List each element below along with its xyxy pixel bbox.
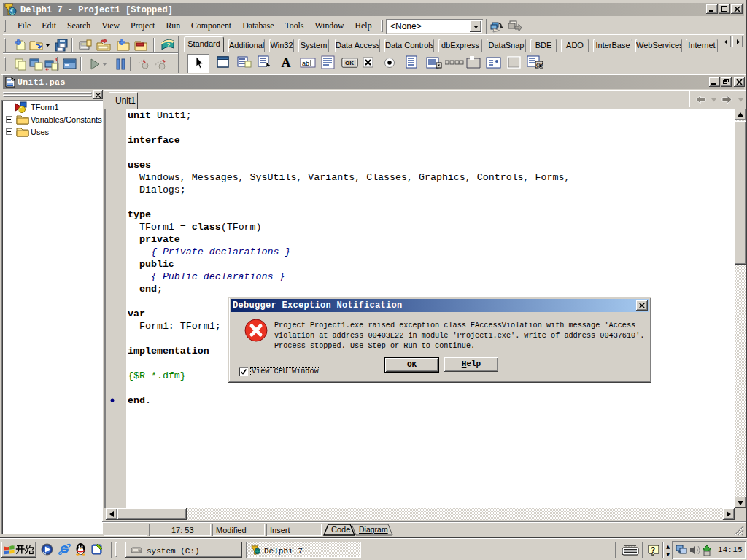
svg-text:?: ? (651, 546, 655, 554)
svg-text:ab: ab (302, 60, 309, 67)
svg-text:?: ? (166, 42, 171, 49)
svg-text:OK: OK (345, 60, 354, 66)
